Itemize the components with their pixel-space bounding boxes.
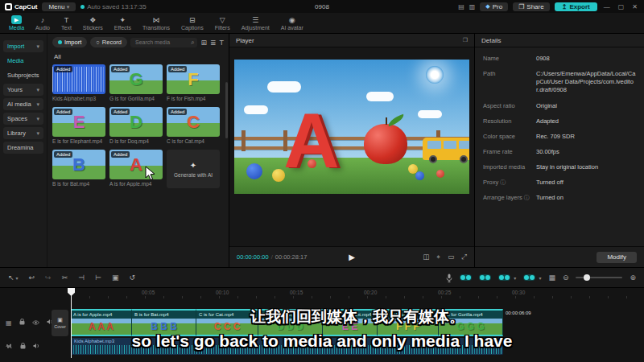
tab-adjustment[interactable]: ☰ Adjustment [236,15,275,31]
search-box[interactable]: ⌕ [130,38,197,47]
share-button[interactable]: ❐ Share [513,2,550,11]
tab-ai-avatar[interactable]: ◉ AI avatar [275,15,309,31]
close-button[interactable]: ✕ [630,3,639,10]
split-icon[interactable]: ✂ [62,274,68,282]
media-item-video[interactable]: Added B B is for Bat.mp4 [52,150,105,188]
school-bus-graphic [423,138,469,160]
zoom-in-icon[interactable]: ⊕ [630,274,636,282]
tab-captions[interactable]: ⊟ Captions [175,15,209,31]
sidebar-item-media[interactable]: Media [3,55,43,67]
sidebar-item-spaces[interactable]: Spaces ▾ [3,113,43,125]
media-item-video[interactable]: Added D D is for Dog.mp4 [109,107,163,144]
captions-icon: ⊟ [181,15,204,25]
ball-graphic [308,159,316,168]
timeline-zoom-slider[interactable] [576,277,622,278]
media-section-label: All [54,53,222,60]
layout-panel-icon[interactable]: ▤ [458,3,464,10]
media-item-video[interactable]: Added C C is for Cat.mp4 [167,107,220,144]
slider-knob[interactable] [584,274,590,281]
audio-sync-toggle[interactable] [523,274,535,281]
detail-row-frame-rate: Frame rate 30.00fps [483,148,636,156]
modify-button[interactable]: Modify [597,252,637,263]
filters-icon: ▽ [215,15,230,25]
keyframe-toggle[interactable] [498,274,510,281]
layout-grid-icon[interactable]: ▥ [469,3,476,10]
player-expand-icon[interactable]: ❐ [463,37,468,43]
transitions-icon: ⋈ [142,15,170,25]
cloud-graphic [366,92,394,101]
generate-with-ai-button[interactable]: ✦ Generate with AI [167,150,220,188]
select-tool-icon[interactable]: ↖▾ [8,274,19,282]
ball-graphic [246,163,262,179]
sidebar-item-ai-media[interactable]: AI media ▾ [3,98,43,110]
menu-caret-icon: ▾ [67,4,70,10]
detail-row-proxy: Proxyⓘ Turned off [483,179,636,187]
sort-icon[interactable]: ≣ [210,39,217,47]
media-item-video[interactable]: Added G G is for Gorilla.mp4 [109,64,163,101]
tab-text[interactable]: T Text [56,15,77,31]
sidebar-item-library[interactable]: Library ▾ [3,127,43,139]
media-panel: Import ○ Record ⌕ ⊞ ≣ T All Added [47,34,229,267]
detail-row-name: Name 0908 [483,55,636,63]
pro-button[interactable]: ◆ Pro [480,2,508,11]
delete-right-icon[interactable]: ⊢ [95,274,101,282]
sidebar-item-import[interactable]: Import ▾ [3,40,43,52]
import-button[interactable]: Import [52,37,87,47]
link-preview-toggle[interactable] [479,274,491,281]
play-button[interactable]: ▶ [349,253,355,261]
freeze-frame-icon[interactable]: ▣ [112,274,119,282]
fullscreen-icon[interactable]: ⤢ [461,253,467,261]
record-button[interactable]: ○ Record [90,37,127,47]
render-preview-icon[interactable]: ▦ [548,274,555,282]
zoom-out-icon[interactable]: ⊖ [563,274,569,282]
text-icon: T [61,15,72,25]
chevron-down-icon[interactable]: ▾ [514,275,516,281]
titlebar: CapCut Menu ▾ Auto saved 13:17:35 0908 ▤… [0,0,644,13]
auto-snap-toggle[interactable] [460,274,472,281]
sidebar-item-yours[interactable]: Yours ▾ [3,84,43,96]
export-button[interactable]: ↥ Export [555,2,597,11]
tab-filters[interactable]: ▽ Filters [209,15,236,31]
timeline-ruler[interactable]: 00:05 00:10 00:15 00:20 00:25 00:30 [71,288,644,298]
sidebar-item-subprojects[interactable]: Subprojects [3,69,43,81]
menu-button[interactable]: Menu ▾ [42,2,76,11]
media-item-video[interactable]: Added E E is for Elephant.mp4 [52,107,105,144]
tab-stickers[interactable]: ❖ Stickers [77,15,109,31]
media-item-audio[interactable]: Added Kids Alphabet.mp3 [52,64,105,101]
sidebar-item-dreamina[interactable]: Dreamina [3,142,43,154]
record-voiceover-icon[interactable] [446,274,452,282]
tab-media[interactable]: ▶ Media [3,15,30,31]
video-frame[interactable]: A [234,60,469,194]
minimize-button[interactable]: — [602,3,612,10]
delete-left-icon[interactable]: ⊣ [78,274,85,282]
added-badge: Added [54,66,72,72]
search-icon: ⌕ [191,39,194,47]
type-filter-icon[interactable]: T [220,39,225,47]
info-icon: ⓘ [524,195,530,200]
snapshot-icon[interactable]: ⌖ [436,253,440,261]
aspect-ratio-icon[interactable]: ▭ [448,253,454,261]
media-item-video[interactable]: Added F F is for Fish.mp4 [167,64,220,101]
search-input[interactable] [134,39,191,46]
compare-icon[interactable]: ◫ [423,253,429,261]
undo-icon[interactable]: ↩ [29,274,35,282]
timeline-toolbar: ↖▾ ↩ ↪ ✂ ⊣ ⊢ ▣ ↺ ▾ ▾ ▦ ⊖ ⊕ [0,267,644,288]
autosave-status: Auto saved 13:17:35 [80,3,146,10]
mouse-cursor [145,166,156,182]
grid-view-icon[interactable]: ⊞ [200,39,207,47]
reverse-icon[interactable]: ↺ [129,274,135,282]
media-scrollbar[interactable] [225,82,228,138]
tab-transitions[interactable]: ⋈ Transitions [137,15,175,31]
tab-audio[interactable]: ♪ Audio [30,15,56,31]
player-stage: A [229,47,474,246]
autosave-dot-icon [80,5,85,9]
maximize-button[interactable]: ▢ [617,3,626,10]
export-icon: ↥ [562,3,568,10]
detail-row-resolution: Resolution Adapted [483,117,636,125]
added-badge: Added [111,66,130,72]
duration-timecode: 00:00:28:17 [275,253,308,261]
added-badge: Added [54,151,72,158]
chevron-down-icon[interactable]: ▾ [539,275,541,281]
tab-effects[interactable]: ✦ Effects [109,15,137,31]
redo-icon[interactable]: ↪ [45,274,52,282]
